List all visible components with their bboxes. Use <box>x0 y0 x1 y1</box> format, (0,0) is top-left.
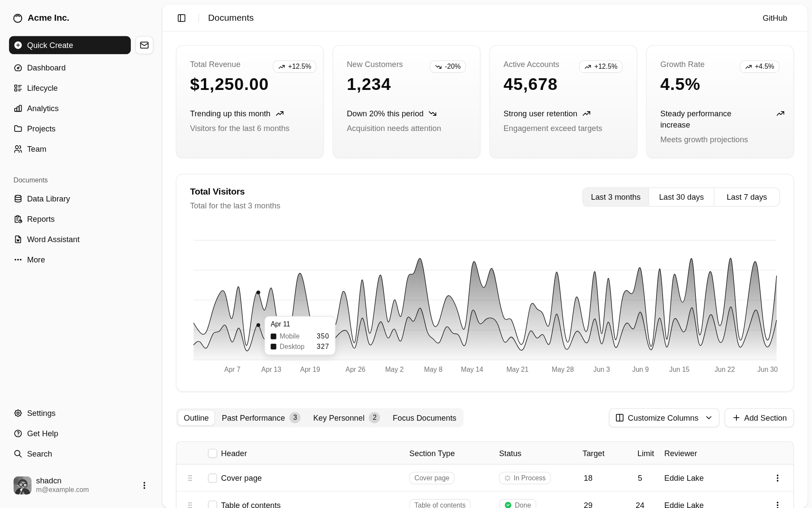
svg-text:Apr 26: Apr 26 <box>346 366 365 373</box>
svg-text:Jun 22: Jun 22 <box>715 366 735 373</box>
svg-text:Apr 13: Apr 13 <box>261 366 281 373</box>
svg-text:Jun 15: Jun 15 <box>669 366 690 373</box>
svg-text:May 8: May 8 <box>424 366 443 373</box>
svg-text:Jun 30: Jun 30 <box>758 366 778 373</box>
svg-text:May 14: May 14 <box>461 366 483 373</box>
svg-text:May 28: May 28 <box>552 366 574 373</box>
svg-text:Apr 19: Apr 19 <box>300 366 320 373</box>
svg-text:Jun 9: Jun 9 <box>632 366 649 373</box>
svg-text:Apr 7: Apr 7 <box>224 366 240 373</box>
svg-text:Jun 3: Jun 3 <box>593 366 610 373</box>
svg-text:May 21: May 21 <box>506 366 528 373</box>
svg-text:May 2: May 2 <box>385 366 404 373</box>
